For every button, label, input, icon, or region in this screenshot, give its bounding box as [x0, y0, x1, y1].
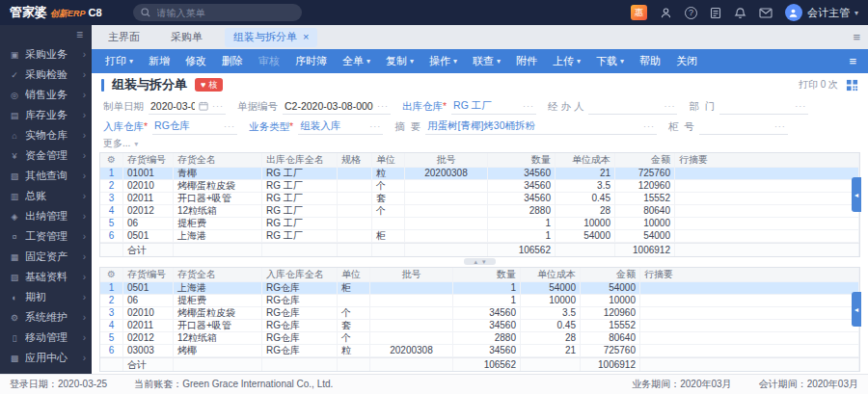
- grid-splitter: ▴ ▾: [92, 257, 868, 265]
- splitter-handle[interactable]: ▴ ▾: [464, 258, 495, 265]
- tab-list-icon[interactable]: ≡: [853, 30, 860, 44]
- field-biz-type: 业务类型*组装入库···: [249, 119, 383, 135]
- delete-button[interactable]: 删除: [214, 49, 251, 73]
- sidebar-item-purchase[interactable]: ▣采购业务›: [0, 44, 92, 65]
- title-accent-bar: [101, 79, 104, 92]
- search-input[interactable]: [155, 7, 281, 19]
- download-button[interactable]: 下载▾: [588, 49, 632, 73]
- copy-button[interactable]: 复制▾: [378, 49, 421, 73]
- tab-assembly[interactable]: 组装与拆分单×: [225, 28, 317, 47]
- sidebar-item-cashier[interactable]: ◈出纳管理›: [0, 206, 92, 226]
- sidebar-item-warehouse[interactable]: ⌂实物仓库›: [0, 125, 92, 145]
- field-cabinet-no: 柜 号···: [668, 119, 788, 135]
- whole-button[interactable]: 全单▾: [335, 49, 378, 73]
- print-count: 打印 0 次: [799, 78, 838, 92]
- global-search[interactable]: [133, 4, 302, 21]
- table-row[interactable]: 10501上海港RG仓库柜15400054000: [100, 282, 859, 295]
- action-button[interactable]: 操作▾: [421, 49, 465, 73]
- print-button[interactable]: 打印▾: [97, 49, 141, 73]
- bell-icon[interactable]: [734, 7, 746, 19]
- sidebar-item-query[interactable]: ▧其他查询›: [0, 166, 92, 186]
- help-button[interactable]: 帮助: [632, 49, 668, 73]
- summary-input[interactable]: 用蛋树[青椰]烤30桶拆粉···: [425, 119, 657, 135]
- table-row[interactable]: 302010烤椰蛋粒皮袋RG仓库个345603.5120960: [100, 307, 859, 320]
- cabinet-no-input[interactable]: ···: [699, 119, 788, 135]
- sidebar-collapse-icon[interactable]: ≡: [76, 28, 83, 41]
- table-row[interactable]: 60501上海港RG 工厂柜15400054000: [100, 230, 859, 243]
- sidebar-item-appcenter[interactable]: ▩应用中心›: [0, 348, 92, 368]
- close-icon[interactable]: ×: [303, 32, 309, 42]
- toolbar-button-label: 下载: [596, 54, 617, 68]
- field-label: 单据编号: [237, 100, 278, 114]
- sidebar-item-funds[interactable]: ¥资金管理›: [0, 145, 92, 166]
- mail-icon[interactable]: [759, 8, 773, 18]
- sidebar-item-ledger[interactable]: ▥总账›: [0, 186, 92, 206]
- table-row[interactable]: 40201212粒纸箱RG 工厂个28802880640: [100, 205, 859, 218]
- table-header-row: ⚙存货编号存货全名入库仓库全名单位批号数量单位成本金额行摘要: [100, 268, 859, 282]
- linkquery-button[interactable]: 联查▾: [465, 49, 508, 73]
- close-button[interactable]: 关闭: [668, 49, 705, 73]
- table-row[interactable]: 302011开口器+吸管RG 工厂套345600.4515552: [100, 193, 859, 205]
- qr-code-icon[interactable]: [846, 79, 858, 92]
- user-menu[interactable]: 会计主管 ▾: [785, 4, 858, 21]
- biz-type-input[interactable]: 组装入库···: [298, 119, 383, 135]
- upload-button[interactable]: 上传▾: [545, 49, 588, 73]
- table-row[interactable]: 603003烤椰RG仓库粒202003083456021725760: [100, 345, 859, 357]
- handler-input[interactable]: ···: [588, 99, 677, 115]
- field-value: 用蛋树[青椰]烤30桶拆粉: [427, 119, 639, 133]
- in-warehouse-input[interactable]: RG仓库···: [152, 119, 237, 135]
- field-summary: 摘 要用蛋树[青椰]烤30桶拆粉···: [394, 119, 657, 135]
- table-row[interactable]: 101001青椰RG 工厂粒202003083456021725760: [100, 168, 859, 180]
- sidebar-item-label: 期初: [25, 290, 78, 304]
- attachment-button[interactable]: 附件: [508, 49, 545, 73]
- table-total-row: 合计1065621006912: [100, 357, 859, 371]
- sidebar-item-label: 采购检验: [25, 67, 78, 82]
- table-row[interactable]: 206提柜费RG仓库11000010000: [100, 295, 859, 307]
- sidebar-item-inspection[interactable]: ✓采购检验›: [0, 65, 92, 85]
- field-value: RG 工厂: [453, 99, 519, 113]
- grid-collapse-handle[interactable]: ◂: [852, 177, 861, 212]
- user-add-icon[interactable]: [660, 7, 672, 19]
- audit-button[interactable]: 审核: [251, 49, 287, 73]
- more-fields-link[interactable]: 更多...: [103, 137, 130, 150]
- table-row[interactable]: 402011开口器+吸管RG仓库套345600.4515552: [100, 320, 859, 332]
- sidebar-item-basedata[interactable]: ▨基础资料›: [0, 267, 92, 287]
- promo-icon[interactable]: 惠: [631, 5, 647, 20]
- tab-purchase[interactable]: 采购单: [162, 28, 211, 47]
- caret-down-icon: ▾: [620, 57, 624, 66]
- sidebar-item-label: 应用中心: [25, 351, 78, 365]
- sidebar-item-assets[interactable]: ▦固定资产›: [0, 247, 92, 267]
- sidebar-item-system[interactable]: ⚙系统维护›: [0, 307, 92, 328]
- new-button[interactable]: 新增: [141, 49, 177, 73]
- caret-down-icon: ▾: [410, 57, 414, 66]
- chevron-right-icon: ›: [83, 211, 86, 222]
- calendar-icon[interactable]: [199, 101, 208, 111]
- out-warehouse-input[interactable]: RG 工厂···: [451, 99, 536, 115]
- tab-home[interactable]: 主界面: [99, 28, 149, 47]
- sidebar-item-mobile[interactable]: ▯移动管理›: [0, 328, 92, 348]
- field-label: 柜 号: [668, 120, 694, 134]
- toolbar-more-icon[interactable]: ≡: [843, 54, 862, 68]
- page-title: 组装与拆分单: [112, 76, 187, 93]
- gear-icon: ⚙: [100, 268, 123, 281]
- cashier-icon: ◈: [9, 212, 20, 222]
- sidebar-item-payroll[interactable]: ¤工资管理›: [0, 226, 92, 247]
- toolbar-button-label: 关闭: [676, 54, 697, 68]
- required-star: *: [443, 100, 447, 112]
- grid-collapse-handle[interactable]: ◂: [852, 292, 861, 327]
- toolbar-button-label: 操作: [429, 54, 450, 68]
- sidebar-item-sales[interactable]: ◎销售业务›: [0, 85, 92, 105]
- date-input[interactable]: 2020-03-08···: [149, 99, 226, 115]
- department-input[interactable]: ···: [719, 99, 808, 115]
- doc-number-input[interactable]: C2-2020-03-08-00008···: [283, 99, 391, 115]
- sidebar-item-opening[interactable]: ◐期初›: [0, 287, 92, 307]
- register-button[interactable]: 序时簿: [287, 49, 335, 73]
- table-row[interactable]: 202010烤椰蛋粒皮袋RG 工厂个345603.5120960: [100, 180, 859, 193]
- table-row[interactable]: 506提柜费RG 工厂11000010000: [100, 218, 859, 230]
- chevron-right-icon: ›: [83, 332, 86, 343]
- edit-button[interactable]: 修改: [177, 49, 214, 73]
- help-icon[interactable]: ?: [685, 7, 697, 19]
- table-row[interactable]: 50201212粒纸箱RG仓库个28802880640: [100, 332, 859, 345]
- sidebar-item-inventory[interactable]: ▤库存业务›: [0, 105, 92, 125]
- document-icon[interactable]: [710, 7, 721, 19]
